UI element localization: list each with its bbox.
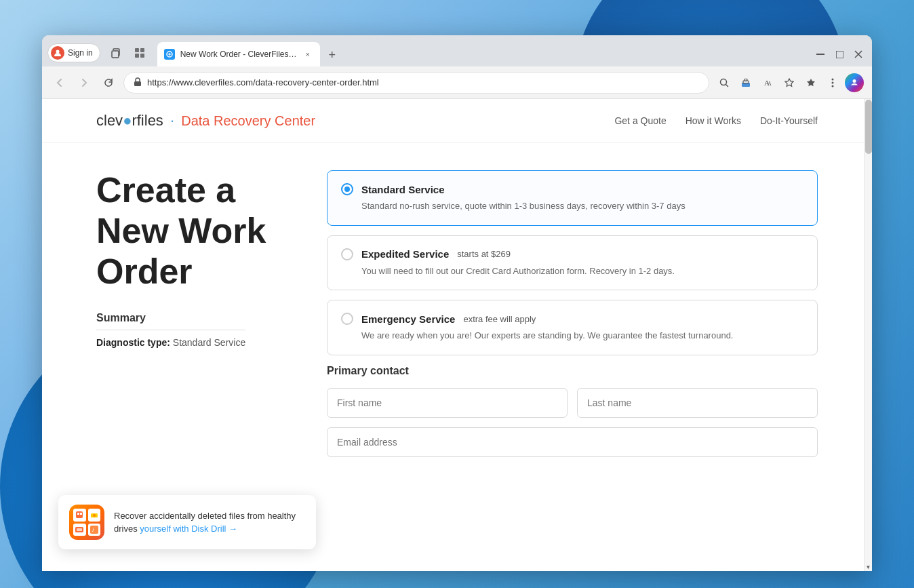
service-desc-emergency: We are ready when you are! Our experts a…: [361, 329, 803, 342]
scroll-down-arrow[interactable]: ▼: [865, 563, 872, 571]
sign-in-button[interactable]: Sign in: [47, 43, 100, 62]
nav-do-it-yourself[interactable]: Do-It-Yourself: [760, 115, 818, 126]
service-badge-emergency: extra fee will apply: [463, 314, 536, 324]
tab-close-button[interactable]: ×: [302, 49, 313, 60]
lock-icon: [134, 77, 142, 88]
svg-rect-21: [77, 513, 79, 515]
summary-section: Summary Diagnostic type: Standard Servic…: [96, 312, 286, 348]
url-bar[interactable]: https://www.cleverfiles.com/data-recover…: [123, 72, 709, 94]
tab-bar: Sign in: [42, 35, 872, 66]
main-content: Create a New Work Order Summary Diagnost…: [42, 143, 872, 484]
favorites-icon[interactable]: [780, 73, 799, 92]
last-name-input[interactable]: [577, 388, 818, 418]
disk-drill-icon: ♪: [69, 505, 104, 540]
svg-rect-2: [135, 48, 139, 52]
svg-text:♪: ♪: [92, 526, 95, 533]
left-panel: Create a New Work Order Summary Diagnost…: [96, 170, 286, 457]
new-tab-button[interactable]: +: [323, 47, 342, 66]
tab-grid-button[interactable]: [130, 43, 149, 62]
svg-point-18: [832, 85, 834, 87]
svg-point-10: [721, 79, 727, 85]
radio-standard[interactable]: [341, 183, 353, 195]
url-text: https://www.cleverfiles.com/data-recover…: [147, 77, 699, 87]
edge-profile-icon[interactable]: [845, 73, 864, 92]
first-name-input[interactable]: [327, 388, 568, 418]
more-actions-icon[interactable]: [823, 73, 842, 92]
nav-links: Get a Quote How it Works Do-It-Yourself: [614, 115, 818, 126]
svg-point-0: [56, 50, 60, 54]
summary-title: Summary: [96, 312, 245, 330]
user-icon: [51, 46, 64, 60]
maximize-button[interactable]: [831, 46, 848, 62]
primary-contact-title: Primary contact: [327, 365, 818, 377]
duplicate-tab-button[interactable]: [106, 43, 125, 62]
active-tab[interactable]: New Work Order - CleverFiles Da ×: [157, 42, 320, 66]
toast-notification: ♪ Recover accidentally deleted files fro…: [58, 495, 316, 549]
scrollbar-thumb[interactable]: [865, 100, 872, 154]
service-card-emergency[interactable]: Emergency Service extra fee will apply W…: [327, 300, 818, 355]
svg-rect-26: [77, 528, 82, 531]
svg-point-17: [832, 81, 834, 83]
svg-rect-22: [80, 513, 82, 515]
scrollbar[interactable]: ▲ ▼: [864, 99, 872, 571]
favorites-bar-icon[interactable]: [801, 73, 820, 92]
close-button[interactable]: [850, 46, 867, 62]
name-row: [327, 388, 818, 418]
reader-view-icon[interactable]: A A: [758, 73, 777, 92]
browser-window: Sign in: [42, 35, 872, 571]
toast-text: Recover accidentally deleted files from …: [114, 509, 305, 536]
primary-contact-section: Primary contact: [327, 365, 818, 457]
forward-button[interactable]: [75, 73, 94, 92]
service-card-expedited[interactable]: Expedited Service starts at $269 You wil…: [327, 235, 818, 291]
service-name-expedited: Expedited Service: [361, 248, 449, 260]
email-input[interactable]: [327, 427, 818, 457]
summary-diagnostic: Diagnostic type: Standard Service: [96, 337, 286, 348]
email-row: [327, 427, 818, 457]
svg-rect-8: [836, 51, 843, 58]
tab-favicon: [164, 49, 175, 60]
address-bar: https://www.cleverfiles.com/data-recover…: [42, 66, 872, 99]
svg-point-19: [853, 79, 856, 83]
service-badge-expedited: starts at $269: [457, 249, 511, 259]
site-nav: clev●rfiles · Data Recovery Center Get a…: [42, 99, 872, 143]
nav-how-it-works[interactable]: How it Works: [686, 115, 741, 126]
search-icon[interactable]: [715, 73, 734, 92]
site-logo: clev●rfiles · Data Recovery Center: [96, 112, 315, 130]
radio-emergency[interactable]: [341, 313, 353, 325]
svg-rect-3: [140, 48, 144, 52]
back-button[interactable]: [50, 73, 69, 92]
svg-rect-9: [134, 81, 141, 86]
radio-expedited[interactable]: [341, 248, 353, 260]
collections-icon[interactable]: [736, 73, 755, 92]
svg-rect-7: [816, 54, 824, 55]
page-title: Create a New Work Order: [96, 170, 286, 292]
service-name-emergency: Emergency Service: [361, 313, 455, 325]
service-desc-standard: Standard no-rush service, quote within 1…: [361, 199, 803, 213]
tab-title: New Work Order - CleverFiles Da: [180, 50, 297, 59]
svg-rect-13: [744, 79, 747, 81]
minimize-button[interactable]: [812, 46, 829, 62]
svg-rect-4: [135, 54, 139, 58]
reload-button[interactable]: [99, 73, 118, 92]
svg-point-16: [832, 78, 834, 80]
nav-get-quote[interactable]: Get a Quote: [614, 115, 666, 126]
svg-point-24: [93, 514, 96, 517]
toast-link[interactable]: yourself with Disk Drill →: [140, 524, 237, 534]
service-card-standard[interactable]: Standard Service Standard no-rush servic…: [327, 170, 818, 226]
service-desc-expedited: You will need to fill out our Credit Car…: [361, 264, 803, 278]
right-panel: Standard Service Standard no-rush servic…: [327, 170, 818, 457]
svg-text:A: A: [768, 81, 772, 87]
svg-rect-1: [112, 51, 119, 58]
page-content: clev●rfiles · Data Recovery Center Get a…: [42, 99, 872, 571]
svg-rect-5: [140, 54, 144, 58]
service-name-standard: Standard Service: [361, 184, 445, 195]
